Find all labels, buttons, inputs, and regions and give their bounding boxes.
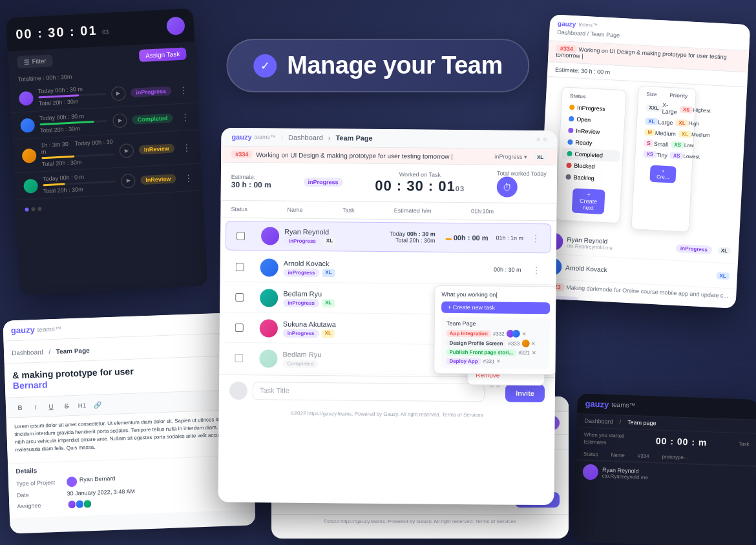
what-working-popup: What you working on[ + Create new task T… — [434, 285, 557, 375]
dark-nav-sep: / — [619, 418, 621, 425]
member-checkbox[interactable] — [235, 323, 244, 331]
arnold-status: inProgress — [284, 268, 320, 276]
nav-separator: | — [281, 134, 283, 141]
close-icon[interactable]: ✕ — [532, 350, 536, 356]
bedlam2-status: Completed — [282, 359, 318, 367]
play-button[interactable]: ▶ — [112, 113, 127, 128]
bedlam2-avatar — [259, 349, 277, 367]
footer-text: ©2022 https://gauzy.teams. Powered by Ga… — [219, 406, 555, 423]
status-dropdown[interactable]: Status InProgress Open InReview Ready Co… — [555, 87, 627, 223]
dark-nav-dashboard[interactable]: Dashboard — [584, 418, 613, 426]
ryan-right-size: XL — [717, 247, 731, 254]
dark-nav-teampage[interactable]: Team page — [627, 419, 656, 427]
timer-task-card: 00 : 30 : 01 03 ☰ Filter Assign Task Tot… — [6, 8, 207, 296]
team-header: Status Name Task Estimated h/m 01h:10m — [220, 201, 556, 221]
bc-footer: ©2022 https://gauzy.teams. Powered by Ga… — [271, 514, 569, 528]
link-btn[interactable]: 🔗 — [91, 398, 105, 411]
arnold-more-icon[interactable]: ⋮ — [532, 265, 541, 275]
invite-button[interactable]: Invite — [505, 384, 545, 403]
play-button[interactable]: ▶ — [121, 173, 136, 188]
dark-ryan-info: Ryan Reynold cto.Ryanreynold.me — [602, 466, 649, 480]
italic-btn[interactable]: I — [29, 400, 43, 414]
gauzy-logo: gauzy — [231, 133, 251, 141]
status-badge: InReview — [140, 174, 176, 185]
create-new-task-btn[interactable]: + Create new task — [441, 302, 550, 314]
ryan-times: Today 00h : 30 m Total 20h : 30m — [390, 231, 436, 244]
ryan-more-icon[interactable]: ⋮ — [531, 233, 540, 243]
member-row-bedlam: Bedlam Ryu inProgress XL What you workin… — [225, 283, 551, 315]
arnold-size: XL — [322, 269, 335, 277]
bedlam-avatar — [260, 289, 278, 307]
play-button[interactable]: ▶ — [119, 143, 134, 158]
member-checkbox[interactable] — [236, 231, 245, 240]
ryan-avatar — [261, 227, 279, 245]
status-badge: inProgress — [131, 86, 172, 97]
teams-label: teams™ — [37, 325, 62, 333]
member-checkbox[interactable] — [236, 262, 244, 271]
more-icon[interactable]: ⋮ — [182, 142, 191, 153]
nav-dashboard[interactable]: Dashboard — [288, 134, 323, 141]
size-dropdown[interactable]: Size Priority XXLX-Large XSHighest XLLar… — [631, 85, 697, 232]
bedlam-status: inProgress — [283, 298, 319, 307]
task-info: 1h : 3m 30 Today 00h : 30 m Total 20h : … — [41, 138, 115, 167]
timer-bar: Estimate: 30 h : 00 m inProgress Worked … — [221, 163, 557, 204]
gauzy-logo-right: gauzy — [558, 20, 576, 28]
member-checkbox[interactable] — [235, 353, 243, 362]
more-icon[interactable]: ⋮ — [184, 172, 193, 183]
lb-author: Bernard — [13, 379, 48, 391]
sukuna-status: inProgress — [283, 329, 319, 337]
task-detail-card: gauzy teams™ Dashboard / Team Page & mak… — [3, 312, 255, 533]
play-button[interactable]: ▶ — [111, 86, 126, 101]
task-id: #334 — [231, 150, 252, 158]
task-popup-item: App Integration #332 ✕ — [446, 329, 545, 338]
sukuna-avatar — [260, 319, 278, 337]
teams-dark-label: teams™ — [611, 401, 636, 409]
status-badge: Completed — [132, 113, 173, 124]
h1-btn[interactable]: H1 — [76, 398, 89, 412]
close-icon[interactable]: ✕ — [522, 331, 527, 336]
main-timer: 00 : 30 : 0103 — [375, 178, 465, 195]
close-icon[interactable]: ✕ — [496, 358, 501, 364]
gauzy-dark-logo: gauzy — [585, 399, 609, 409]
arnold-avatar — [260, 258, 278, 276]
member-checkbox[interactable] — [235, 293, 244, 301]
check-icon: ✓ — [253, 54, 277, 77]
ryan-worked: ▬ 00h : 00 m — [446, 234, 488, 242]
task-popup-item: Deploy App #331 ✕ — [446, 358, 544, 365]
main-team-card: gauzy teams™ | Dashboard › Team Page #33… — [218, 128, 557, 506]
assign-task-button[interactable]: Assign Task — [139, 47, 187, 62]
ryan-size: XL — [323, 237, 336, 245]
filter-button[interactable]: ☰ Filter — [17, 54, 53, 68]
arnold-right-size: XL — [716, 272, 730, 280]
dark-bottom-timer: 00 : 00 : m — [656, 435, 708, 447]
right-task-section-2: #324 Focus on solving problem & define c… — [536, 308, 735, 309]
nav-team-page[interactable]: Team Page — [335, 134, 372, 141]
teams-label-right: teams™ — [578, 21, 598, 28]
task-title-input[interactable]: Task Title — [253, 382, 485, 402]
size-badge: XL — [534, 153, 547, 160]
create-next-btn-status[interactable]: + Create next — [572, 188, 605, 214]
create-next-btn-size[interactable]: + Cre... — [649, 165, 676, 183]
close-icon[interactable]: ✕ — [531, 340, 536, 346]
timer-btn[interactable]: ⏱ — [497, 176, 518, 197]
team-page-item: Team Page App Integration #332 ✕ Des — [441, 317, 550, 369]
member-row-arnold: Arnold Kovack inProgress XL 00h : 30 m ⋮ — [225, 253, 551, 285]
ryan-right-status: inProgress — [676, 243, 712, 254]
dark-bottom-card: gauzy teams™ Dashboard / Team page When … — [572, 393, 756, 545]
task-title: Working on UI Design & making prototype … — [256, 151, 453, 160]
invite-avatar — [229, 382, 247, 400]
hero-title: Manage your Team — [287, 52, 502, 79]
more-icon[interactable]: ⋮ — [179, 85, 189, 96]
timer-ms: 03 — [102, 28, 109, 36]
right-task-card: gauzy teams™ Dashboard / Team Page #334 … — [536, 14, 751, 309]
bold-btn[interactable]: B — [14, 401, 27, 415]
lb-description: Lorem ipsum dolor sit amet consectetur. … — [6, 409, 253, 463]
dark-ryan-avatar — [582, 464, 598, 480]
timer-display: 00 : 30 : 01 — [16, 23, 98, 41]
right-dropdowns: Status InProgress Open InReview Ready Co… — [547, 81, 739, 235]
more-icon[interactable]: ⋮ — [180, 112, 190, 123]
strikethrough-btn[interactable]: S — [60, 399, 74, 413]
nav-arrow: › — [328, 134, 331, 141]
underline-btn[interactable]: U — [45, 400, 58, 413]
gauzy-logo: gauzy — [11, 325, 35, 335]
